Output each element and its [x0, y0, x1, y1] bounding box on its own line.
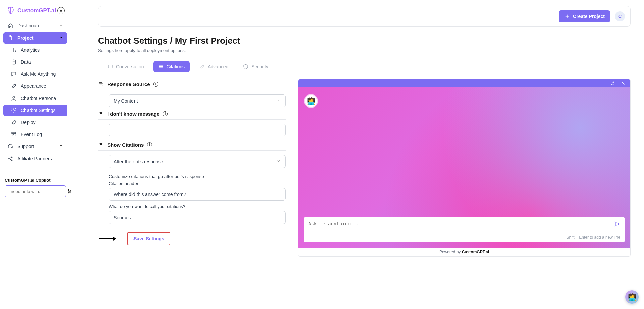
- send-icon[interactable]: [614, 221, 620, 227]
- project-caret[interactable]: [55, 32, 67, 44]
- home-icon: [7, 23, 13, 29]
- user-icon: [11, 95, 17, 101]
- idk-message-input[interactable]: [109, 124, 286, 136]
- sidebar-label: Appearance: [21, 83, 46, 89]
- preview-body: 🧑‍💻 Shift + Enter to add a new line: [298, 87, 630, 248]
- sidebar-label: Data: [21, 59, 31, 65]
- tab-label: Conversation: [116, 64, 144, 69]
- chevron-down-icon: [59, 35, 64, 41]
- customize-help-text: Customize citations that go after bot's …: [109, 174, 286, 179]
- svg-point-6: [8, 158, 9, 159]
- create-project-button[interactable]: Create Project: [559, 10, 610, 22]
- sidebar-label: Affiliate Partners: [17, 156, 52, 161]
- sidebar-item-dashboard[interactable]: Dashboard: [3, 20, 67, 32]
- shield-icon: [243, 64, 249, 70]
- citation-name-label: What do you want to call your citations?: [109, 204, 286, 209]
- chat-icon: [11, 71, 17, 77]
- topbar: Create Project C: [98, 6, 631, 27]
- section-idk: I don't know message i: [98, 111, 286, 120]
- quote-icon: [158, 64, 164, 70]
- chevron-down-icon: [59, 23, 63, 29]
- sidebar-item-project[interactable]: Project: [3, 32, 55, 44]
- main: Create Project C Chatbot Settings / My F…: [71, 0, 644, 309]
- citation-header-input[interactable]: [109, 188, 286, 201]
- section-title: Response Source: [107, 81, 150, 87]
- powered-brand: CustomGPT.ai: [462, 250, 489, 254]
- show-citations-select[interactable]: After the bot's response: [109, 155, 286, 168]
- tab-label: Security: [251, 64, 268, 69]
- sparkle-icon: [98, 111, 104, 117]
- tab-label: Citations: [167, 64, 185, 69]
- preview-titlebar: [298, 79, 630, 87]
- chevron-down-icon: [276, 159, 281, 164]
- chart-icon: [11, 47, 17, 53]
- sidebar-label: Deploy: [21, 120, 36, 125]
- sidebar-item-affiliate[interactable]: Affiliate Partners: [3, 153, 67, 164]
- archive-icon: [11, 131, 17, 137]
- clipboard-icon: [7, 35, 13, 41]
- refresh-icon[interactable]: [609, 80, 615, 86]
- svg-point-4: [13, 110, 15, 111]
- sidebar-label: Dashboard: [17, 23, 41, 28]
- create-project-label: Create Project: [573, 14, 605, 19]
- chat-preview: 🧑‍💻 Shift + Enter to add a new line Powe…: [298, 79, 631, 257]
- svg-point-8: [11, 160, 12, 161]
- user-avatar[interactable]: C: [615, 11, 625, 21]
- tab-advanced[interactable]: Advanced: [194, 61, 233, 72]
- citation-header-label: Citation header: [109, 181, 286, 186]
- sidebar-item-eventlog[interactable]: Event Log: [3, 129, 67, 140]
- sidebar: CustomGPT.ai Dashboard Project: [0, 0, 71, 309]
- settings-panel: Response Source i My Content I don't kno…: [98, 79, 286, 245]
- section-title: I don't know message: [107, 111, 159, 117]
- info-icon[interactable]: i: [147, 142, 152, 147]
- sidebar-label: Project: [17, 35, 33, 41]
- info-icon[interactable]: i: [163, 111, 168, 116]
- svg-rect-9: [108, 65, 112, 68]
- sidebar-label: Analytics: [21, 47, 40, 53]
- copilot-title: CustomGPT.ai Copilot: [5, 178, 66, 183]
- sidebar-item-chatbot-settings[interactable]: Chatbot Settings: [3, 105, 67, 116]
- message-icon: [107, 64, 113, 70]
- chat-hint: Shift + Enter to add a new line: [308, 235, 620, 240]
- sidebar-item-ask[interactable]: Ask Me Anything: [3, 68, 67, 80]
- svg-point-2: [12, 60, 16, 61]
- brain-icon: [6, 6, 15, 15]
- close-icon[interactable]: [620, 80, 626, 86]
- section-show-citations: Show Citations i: [98, 142, 286, 151]
- copilot-input-wrap[interactable]: [5, 185, 66, 197]
- svg-point-3: [13, 96, 15, 98]
- floating-help-avatar[interactable]: 🧑‍💻: [625, 290, 639, 304]
- info-icon[interactable]: i: [153, 82, 158, 87]
- tab-label: Advanced: [208, 64, 228, 69]
- sidebar-item-deploy[interactable]: Deploy: [3, 117, 67, 128]
- page-subtitle: Settings here apply to all deployment op…: [98, 48, 631, 53]
- rocket-icon: [11, 119, 17, 125]
- save-settings-button[interactable]: Save Settings: [127, 232, 170, 245]
- svg-rect-5: [12, 132, 16, 134]
- avatar-letter: C: [618, 14, 622, 19]
- page-title: Chatbot Settings / My First Project: [98, 36, 631, 46]
- chat-input-box: Shift + Enter to add a new line: [304, 217, 625, 242]
- chat-textarea[interactable]: [308, 221, 610, 232]
- annotation-arrow-icon: [98, 235, 117, 242]
- sidebar-item-analytics[interactable]: Analytics: [3, 44, 67, 56]
- sidebar-item-support[interactable]: Support: [3, 141, 67, 152]
- citation-name-input[interactable]: [109, 211, 286, 224]
- section-title: Show Citations: [107, 142, 144, 148]
- wrench-icon: [199, 64, 205, 70]
- brand-name: CustomGPT.ai: [17, 7, 56, 14]
- copilot-input[interactable]: [8, 189, 65, 194]
- tab-citations[interactable]: Citations: [153, 61, 190, 72]
- sidebar-item-persona[interactable]: Chatbot Persona: [3, 92, 67, 104]
- brand-logo[interactable]: CustomGPT.ai: [6, 6, 56, 15]
- sparkle-icon: [98, 81, 104, 87]
- svg-point-7: [11, 157, 12, 158]
- tab-conversation[interactable]: Conversation: [103, 61, 149, 72]
- headphones-icon: [7, 143, 13, 149]
- response-source-select[interactable]: My Content: [109, 94, 286, 107]
- sidebar-item-data[interactable]: Data: [3, 56, 67, 68]
- tab-security[interactable]: Security: [238, 61, 273, 72]
- target-icon[interactable]: [57, 7, 65, 14]
- powered-prefix: Powered by: [439, 250, 462, 254]
- sidebar-item-appearance[interactable]: Appearance: [3, 80, 67, 92]
